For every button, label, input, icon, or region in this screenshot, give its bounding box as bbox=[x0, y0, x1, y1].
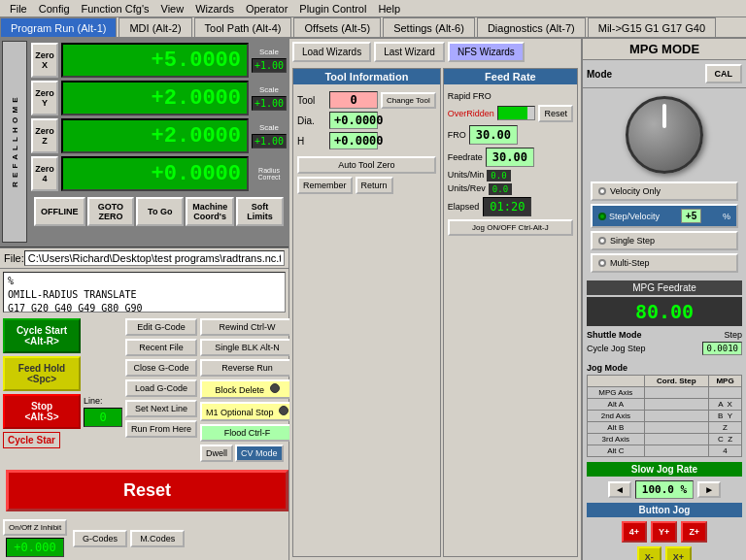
menu-function-cfg[interactable]: Function Cfg's bbox=[76, 0, 155, 16]
step-velocity-option[interactable]: Step/Velocity +5 % bbox=[591, 204, 738, 228]
jog-xminus-button[interactable]: X- bbox=[637, 546, 661, 560]
goto-zero-button[interactable]: GOTO ZERO bbox=[87, 197, 135, 226]
m-codes-button[interactable]: M.Codes bbox=[130, 530, 185, 547]
tab-mdi[interactable]: MDI (Alt-2) bbox=[119, 17, 191, 37]
zero-4-button[interactable]: Zero4 bbox=[31, 156, 58, 191]
menu-help[interactable]: Help bbox=[372, 0, 406, 16]
tab-offsets[interactable]: Offsets (Alt-5) bbox=[293, 17, 381, 37]
feed-rate-body: Rapid FRO OverRidden Reset FRO 30.00 bbox=[444, 87, 577, 240]
mpg-knob[interactable] bbox=[626, 96, 703, 174]
tab-program-run[interactable]: Program Run (Alt-1) bbox=[0, 17, 117, 37]
mpg-mode-label: Mode bbox=[587, 69, 612, 80]
stop-button[interactable]: Stop<Alt-S> bbox=[3, 394, 81, 429]
reset-button[interactable]: Reset bbox=[6, 470, 288, 511]
multi-step-radio bbox=[598, 259, 606, 267]
mpg-cal-button[interactable]: CAL bbox=[705, 64, 743, 83]
menu-file[interactable]: File bbox=[4, 0, 33, 16]
last-wizard-button[interactable]: Last Wizard bbox=[374, 42, 445, 62]
menu-config[interactable]: Config bbox=[33, 0, 76, 16]
tab-mil[interactable]: Mil->G15 G1 G17 G40 bbox=[588, 17, 716, 37]
jog-yplus-button[interactable]: Y+ bbox=[651, 521, 677, 543]
jog-row-1: 4+ Y+ Z+ bbox=[587, 521, 742, 543]
block-delete-button[interactable]: Block Delete bbox=[200, 379, 294, 399]
shuttle-mode-label: Shuttle Mode bbox=[587, 330, 642, 340]
jog-xplus-button[interactable]: X+ bbox=[665, 546, 692, 560]
machine-coords-button[interactable]: Machine Coord's bbox=[186, 197, 234, 226]
flood-button[interactable]: Flood Ctrl-F bbox=[200, 424, 294, 442]
jog-zplus-button[interactable]: Z+ bbox=[681, 521, 707, 543]
tab-tool-path[interactable]: Tool Path (Alt-4) bbox=[194, 17, 292, 37]
slow-jog-header: Slow Jog Rate bbox=[587, 462, 742, 477]
wizards-row: Load Wizards Last Wizard NFS Wizards bbox=[289, 39, 581, 65]
set-next-line-button[interactable]: Set Next Line bbox=[125, 400, 197, 417]
menu-view[interactable]: View bbox=[155, 0, 190, 16]
m1-optional-stop-button[interactable]: M1 Optional Stop bbox=[200, 402, 294, 421]
g-codes-button[interactable]: G-Codes bbox=[73, 530, 127, 547]
change-tool-button[interactable]: Change Tool bbox=[381, 92, 436, 109]
jog-4plus-button[interactable]: 4+ bbox=[622, 521, 647, 543]
feed-hold-button[interactable]: Feed Hold<Spc> bbox=[3, 356, 81, 391]
offline-button[interactable]: OFFLINE bbox=[34, 197, 85, 226]
jog-onoff-button[interactable]: Jog ON/OFF Ctrl-Alt-J bbox=[448, 219, 573, 236]
tool-dia-label: Dia. bbox=[297, 115, 326, 126]
main-control-col: Cycle Start<Alt-R> Feed Hold<Spc> Stop<A… bbox=[3, 318, 122, 462]
tab-bar: Program Run (Alt-1) MDI (Alt-2) Tool Pat… bbox=[0, 17, 746, 39]
cycle-start-button[interactable]: Cycle Start<Alt-R> bbox=[3, 318, 81, 353]
tab-diagnostics[interactable]: Diagnostics (Alt-7) bbox=[477, 17, 586, 37]
nfs-wizards-button[interactable]: NFS Wizards bbox=[448, 42, 525, 62]
remember-button[interactable]: Remember bbox=[297, 177, 353, 194]
z-inhibit-button[interactable]: On/Off Z Inhibit bbox=[3, 519, 67, 536]
units-min-label: Units/Min bbox=[448, 170, 485, 181]
reverse-run-button[interactable]: Reverse Run bbox=[200, 359, 294, 377]
soft-limits-button[interactable]: Soft Limits bbox=[236, 197, 284, 226]
units-min-value: 0.0 bbox=[487, 170, 510, 181]
load-wizards-button[interactable]: Load Wizards bbox=[292, 42, 371, 62]
units-rev-row: Units/Rev 0.0 bbox=[448, 183, 573, 195]
jog-row-2: X- X+ bbox=[587, 546, 742, 560]
run-from-here-button[interactable]: Run From Here bbox=[125, 420, 197, 438]
load-gcode-button[interactable]: Load G-Code bbox=[125, 379, 197, 397]
dwell-button[interactable]: Dwell bbox=[200, 445, 233, 462]
fro-reset-button[interactable]: Reset bbox=[538, 105, 573, 122]
auto-tool-zero-button[interactable]: Auto Tool Zero bbox=[297, 156, 436, 174]
menu-operator[interactable]: Operator bbox=[240, 0, 293, 16]
edit-gcode-button[interactable]: Edit G-Code bbox=[125, 318, 197, 336]
code-buttons: G-Codes M.Codes bbox=[70, 527, 187, 550]
knob-indicator bbox=[662, 104, 666, 128]
zero-x-button[interactable]: ZeroX bbox=[31, 43, 58, 78]
multi-step-option[interactable]: Multi-Step bbox=[591, 253, 738, 273]
single-step-option[interactable]: Single Step bbox=[591, 231, 738, 250]
scale-x-label: Scale bbox=[252, 48, 287, 56]
close-gcode-button[interactable]: Close G-Code bbox=[125, 359, 197, 377]
slow-jog-decrease-button[interactable]: ◄ bbox=[608, 481, 631, 498]
cycle-star-label: Cycle Star bbox=[3, 432, 60, 448]
menu-wizards[interactable]: Wizards bbox=[189, 0, 240, 16]
code-line-3: G17 G20 G40 G49 G80 G90 bbox=[8, 302, 281, 313]
scale-4: Radius Correct bbox=[252, 167, 287, 181]
file-path-input[interactable] bbox=[24, 250, 285, 266]
code-line-1: % bbox=[8, 275, 281, 288]
slow-jog-increase-button[interactable]: ► bbox=[697, 481, 721, 498]
menu-plugin-control[interactable]: Plugin Control bbox=[293, 0, 372, 16]
rewind-button[interactable]: Rewind Ctrl-W bbox=[200, 318, 294, 336]
mpg-feedrate-value: 80.00 bbox=[587, 297, 742, 326]
z-inhibit-value: +0.000 bbox=[6, 538, 64, 557]
to-go-button[interactable]: To Go bbox=[136, 197, 184, 226]
zero-z-button[interactable]: ZeroZ bbox=[31, 118, 58, 153]
fro-fill bbox=[498, 107, 527, 119]
tool-h-label: H bbox=[297, 136, 326, 147]
return-button[interactable]: Return bbox=[356, 177, 393, 194]
velocity-only-option[interactable]: Velocity Only bbox=[591, 181, 738, 201]
tool-h-value: +0.0000 bbox=[329, 132, 378, 149]
tool-number-value: 0 bbox=[329, 91, 378, 109]
single-blk-button[interactable]: Single BLK Alt-N bbox=[200, 339, 294, 356]
zero-y-button[interactable]: ZeroY bbox=[31, 81, 58, 115]
recent-file-button[interactable]: Recent File bbox=[125, 339, 197, 356]
jog-row-alt-a: Alt AA X bbox=[588, 399, 742, 411]
tab-settings[interactable]: Settings (Alt-6) bbox=[383, 17, 475, 37]
jog-row-alt-c: Alt C4 bbox=[588, 445, 742, 457]
remember-return-row: Remember Return bbox=[297, 177, 436, 194]
cv-mode-button[interactable]: CV Mode bbox=[235, 445, 284, 462]
reset-section: Reset bbox=[0, 465, 288, 516]
jog-row-mpg-axis: MPG Axis bbox=[588, 387, 742, 399]
